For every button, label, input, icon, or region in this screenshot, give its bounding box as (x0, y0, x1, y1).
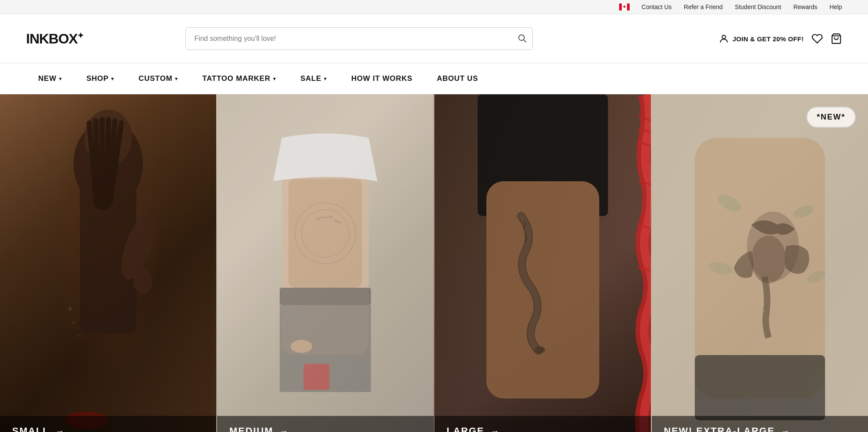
panel-label-medium[interactable]: MEDIUM → (217, 416, 433, 432)
svg-point-35 (290, 340, 312, 353)
svg-text:✦: ✦ (71, 319, 76, 326)
search-button[interactable] (517, 33, 527, 44)
logo[interactable]: INKBOX✦ (26, 31, 83, 47)
chevron-down-icon: ▾ (59, 76, 62, 82)
panel-label-small[interactable]: SMALL → (0, 416, 216, 432)
hero-section: ✦ ✦ ✦ SMALL → flowing script tattoo (0, 94, 868, 432)
cart-icon (831, 33, 842, 44)
svg-point-39 (535, 346, 545, 353)
nav-item-how-it-works[interactable]: HOW IT WORKS (339, 63, 425, 94)
help-link[interactable]: Help (829, 3, 842, 10)
student-discount-link[interactable]: Student Discount (735, 3, 781, 10)
nav-bar: NEW ▾ SHOP ▾ CUSTOM ▾ TATTOO MARKER ▾ SA… (0, 63, 868, 94)
svg-rect-2 (627, 3, 630, 10)
panel-label-extra-large[interactable]: NEW! EXTRA-LARGE → (652, 416, 868, 432)
svg-line-5 (524, 40, 526, 42)
panel-label-large[interactable]: LARGE → (435, 416, 651, 432)
nav-item-sale[interactable]: SALE ▾ (288, 63, 339, 94)
canada-flag (619, 3, 630, 10)
search-icon (517, 33, 527, 43)
svg-text:✦: ✦ (76, 333, 80, 339)
svg-rect-38 (486, 181, 599, 399)
chevron-down-icon: ▾ (111, 76, 114, 82)
hero-panel-small[interactable]: ✦ ✦ ✦ SMALL → (0, 94, 216, 432)
wishlist-button[interactable] (812, 33, 823, 44)
svg-point-6 (722, 35, 726, 39)
refer-link[interactable]: Refer a Friend (684, 3, 723, 10)
nav-item-shop[interactable]: SHOP ▾ (74, 63, 126, 94)
svg-text:script: script (325, 216, 333, 219)
svg-rect-36 (304, 364, 330, 390)
user-icon (719, 33, 729, 44)
svg-rect-32 (282, 307, 288, 314)
svg-rect-33 (288, 314, 295, 320)
svg-point-49 (751, 236, 786, 283)
nav-item-custom[interactable]: CUSTOM ▾ (126, 63, 190, 94)
svg-text:✦: ✦ (67, 305, 73, 313)
svg-point-18 (133, 268, 152, 294)
header: INKBOX✦ JOIN & GET 20% OFF! (0, 14, 868, 63)
svg-rect-54 (695, 355, 825, 420)
nav-item-tattoo-marker[interactable]: TATTOO MARKER ▾ (190, 63, 288, 94)
rewards-link[interactable]: Rewards (793, 3, 817, 10)
svg-rect-0 (619, 3, 622, 10)
header-actions: JOIN & GET 20% OFF! (719, 33, 842, 44)
svg-rect-24 (288, 179, 362, 288)
cart-button[interactable] (831, 33, 842, 44)
new-badge: *NEW* (806, 106, 856, 128)
svg-rect-34 (295, 307, 301, 314)
hero-panel-extra-large[interactable]: *NEW* NEW! EXTRA-LARGE → (651, 94, 868, 432)
svg-rect-30 (280, 288, 371, 305)
join-button[interactable]: JOIN & GET 20% OFF! (719, 33, 804, 44)
contact-link[interactable]: Contact Us (642, 3, 672, 10)
search-bar (185, 27, 533, 50)
chevron-down-icon: ▾ (324, 76, 327, 82)
nav-item-new[interactable]: NEW ▾ (26, 63, 74, 94)
top-bar: Contact Us Refer a Friend Student Discou… (0, 0, 868, 14)
heart-icon (812, 33, 823, 44)
chevron-down-icon: ▾ (175, 76, 178, 82)
hero-panel-medium[interactable]: flowing script tattoo MEDIUM → (216, 94, 433, 432)
chevron-down-icon: ▾ (273, 76, 276, 82)
search-input[interactable] (185, 27, 533, 50)
hero-panel-large[interactable]: LARGE → (434, 94, 651, 432)
nav-item-about-us[interactable]: ABOUT US (425, 63, 490, 94)
